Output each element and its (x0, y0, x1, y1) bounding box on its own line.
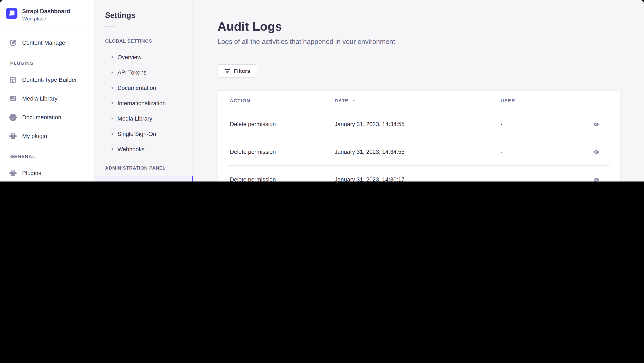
bullet-icon (112, 102, 113, 104)
settings-subnav: Settings GLOBAL SETTINGS Overview API To… (95, 0, 194, 182)
plugin-icon (9, 169, 16, 177)
content-manager-icon (9, 39, 16, 46)
sidebar-item-content-manager[interactable]: Content Manager (5, 36, 90, 50)
cell-date: January 31, 2023, 14:34:55 (334, 121, 500, 127)
brand-name: Strapi Dashboard (22, 8, 70, 15)
sidebar-item-plugins[interactable]: Plugins (5, 166, 90, 180)
app-sidebar: Strapi Dashboard Workplace Content Manag… (0, 0, 95, 182)
sidebar-item-documentation[interactable]: Documentation (5, 110, 90, 124)
table-header-row: ACTION DATE USER (218, 91, 620, 110)
subnav-title-divider (105, 26, 115, 27)
subnav-heading-global-settings: GLOBAL SETTINGS (105, 38, 183, 44)
plugin-icon (9, 132, 16, 140)
sidebar-item-label: Documentation (22, 114, 61, 120)
view-details-button[interactable] (590, 118, 602, 130)
window: Strapi Dashboard Workplace Content Manag… (0, 0, 644, 182)
column-header-action: ACTION (230, 98, 334, 103)
subnav-item-label: Audit Logs (118, 181, 148, 182)
settings-nav-item-audit-logs[interactable]: Audit Logs (95, 176, 193, 182)
settings-nav-item-overview[interactable]: Overview (95, 50, 193, 65)
sidebar-item-label: Media Library (22, 95, 58, 102)
cell-action: Delete permission (230, 176, 334, 182)
column-header-date-sort[interactable]: DATE (334, 98, 500, 103)
sidebar-heading-plugins: PLUGINS (10, 61, 84, 66)
app-nav: Content Manager PLUGINS Content-Type Bui… (0, 29, 94, 182)
table-row[interactable]: Delete permission January 31, 2023, 14:3… (218, 166, 620, 182)
settings-nav-item-internationalization[interactable]: Internationalization (95, 95, 193, 111)
filters-button[interactable]: Filters (218, 64, 257, 78)
audit-logs-table: ACTION DATE USER Delete permission Janua… (218, 91, 620, 182)
strapi-admin-app: Strapi Dashboard Workplace Content Manag… (0, 0, 644, 182)
subnav-item-label: Webhooks (118, 146, 144, 152)
settings-nav-item-documentation[interactable]: Documentation (95, 80, 193, 95)
bullet-icon (112, 118, 113, 119)
subnav-item-label: API Tokens (118, 69, 146, 76)
sidebar-heading-general: GENERAL (10, 154, 84, 159)
sidebar-item-media-library[interactable]: Media Library (5, 92, 90, 105)
documentation-icon (9, 114, 16, 121)
cell-action: Delete permission (230, 121, 334, 127)
table-row[interactable]: Delete permission January 31, 2023, 14:3… (218, 110, 620, 138)
column-header-user: USER (500, 98, 586, 103)
sidebar-section: Content Manager (5, 36, 90, 50)
media-library-icon (9, 95, 16, 102)
cell-user: - (500, 149, 586, 155)
subnav-item-label: Media Library (118, 115, 152, 122)
cell-user: - (500, 176, 586, 182)
eye-icon (593, 149, 599, 155)
strapi-logo-icon (6, 8, 18, 19)
bullet-icon (112, 133, 113, 135)
table-body: Delete permission January 31, 2023, 14:3… (218, 110, 620, 182)
bullet-icon (112, 148, 113, 150)
bullet-icon (112, 87, 113, 89)
eye-icon (593, 121, 599, 127)
sort-descending-icon (352, 98, 356, 103)
subnav-item-label: Single Sign-On (118, 131, 156, 137)
sidebar-section: PLUGINS Content-Type Builder Media Libra… (5, 61, 90, 143)
sidebar-item-content-type-builder[interactable]: Content-Type Builder (5, 73, 90, 87)
filters-button-label: Filters (234, 68, 250, 74)
sidebar-item-label: Content Manager (22, 40, 67, 46)
settings-nav-item-single-sign-on[interactable]: Single Sign-On (95, 126, 193, 141)
brand[interactable]: Strapi Dashboard Workplace (0, 0, 94, 29)
page-title: Audit Logs (218, 19, 620, 34)
settings-nav-item-media-library[interactable]: Media Library (95, 111, 193, 126)
subnav-item-label: Documentation (118, 85, 156, 91)
subnav-title: Settings (105, 11, 183, 20)
subnav-item-label: Internationalization (118, 100, 166, 106)
content-type-builder-icon (9, 76, 16, 83)
cell-date: January 31, 2023, 14:34:55 (334, 149, 500, 155)
table-row[interactable]: Delete permission January 31, 2023, 14:3… (218, 138, 620, 166)
brand-workspace: Workplace (22, 16, 70, 22)
cell-user: - (500, 121, 586, 127)
subnav-section: ADMINISTRATION PANEL Audit Logs Roles Us… (95, 165, 193, 182)
bullet-icon (112, 72, 113, 73)
sidebar-item-label: Plugins (22, 170, 41, 176)
bullet-icon (112, 56, 113, 58)
cell-action: Delete permission (230, 149, 334, 155)
page-subtitle: Logs of all the activities that happened… (218, 38, 620, 46)
settings-nav-item-webhooks[interactable]: Webhooks (95, 141, 193, 157)
subnav-section: GLOBAL SETTINGS Overview API Tokens Docu… (95, 38, 193, 157)
sidebar-item-my-plugin[interactable]: My plugin (5, 129, 90, 143)
view-details-button[interactable] (590, 146, 602, 158)
settings-nav-item-api-tokens[interactable]: API Tokens (95, 65, 193, 80)
filter-icon (224, 68, 230, 74)
subnav-heading-administration-panel: ADMINISTRATION PANEL (105, 165, 183, 171)
sidebar-item-label: Content-Type Builder (22, 77, 77, 83)
subnav-item-label: Overview (118, 54, 142, 60)
main-content: Audit Logs Logs of all the activities th… (194, 0, 644, 182)
subnav-sections: GLOBAL SETTINGS Overview API Tokens Docu… (95, 38, 193, 182)
sidebar-item-label: My plugin (22, 133, 47, 139)
cell-date: January 31, 2023, 14:30:17 (334, 176, 500, 182)
eye-icon (593, 177, 599, 182)
sidebar-section: GENERAL Plugins Marketplace Settings (5, 154, 90, 182)
view-details-button[interactable] (590, 174, 602, 182)
